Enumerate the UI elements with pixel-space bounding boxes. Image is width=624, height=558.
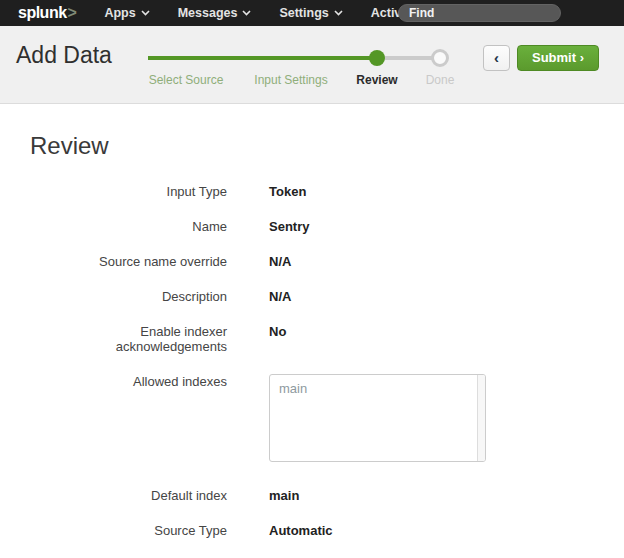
- field-row-allowed-indexes: Allowed indexes main: [30, 374, 624, 462]
- listbox-item-main[interactable]: main: [270, 375, 485, 402]
- field-label: Input Type: [30, 184, 227, 199]
- chevron-down-icon: [242, 10, 251, 16]
- review-fields: Input Type Token Name Sentry Source name…: [0, 184, 624, 538]
- field-value: N/A: [269, 289, 291, 304]
- field-row-default-index: Default index main: [30, 488, 624, 503]
- splunk-logo[interactable]: splunk>: [18, 4, 76, 22]
- field-value: Sentry: [269, 219, 309, 234]
- field-label: Default index: [30, 488, 227, 503]
- review-heading: Review: [30, 132, 624, 160]
- field-label: Name: [30, 219, 227, 234]
- find-search-input[interactable]: [398, 4, 561, 22]
- back-button[interactable]: ‹: [483, 45, 510, 71]
- submit-button[interactable]: Submit ›: [517, 45, 599, 71]
- field-value: N/A: [269, 254, 291, 269]
- field-label: Allowed indexes: [30, 374, 227, 389]
- progress-current-dot: [369, 50, 385, 66]
- field-label: Enable indexer acknowledgements: [30, 324, 227, 354]
- field-label: Source name override: [30, 254, 227, 269]
- field-value: Automatic: [269, 523, 333, 538]
- step-select-source[interactable]: Select Source: [149, 73, 224, 87]
- field-row-source-type: Source Type Automatic: [30, 523, 624, 538]
- menu-messages-label: Messages: [178, 6, 238, 20]
- allowed-indexes-listbox[interactable]: main: [269, 374, 486, 462]
- add-data-header: Add Data Select Source Input Settings Re…: [0, 26, 624, 104]
- field-row-indexer-acknowledgements: Enable indexer acknowledgements No: [30, 324, 624, 354]
- splunk-logo-caret: >: [68, 4, 77, 22]
- menu-messages[interactable]: Messages: [178, 6, 252, 20]
- field-value: Token: [269, 184, 306, 199]
- menu-apps[interactable]: Apps: [104, 6, 149, 20]
- chevron-down-icon: [141, 10, 150, 16]
- listbox-scrollbar[interactable]: [478, 375, 485, 461]
- listbox-scrollbar-divider: [477, 375, 478, 461]
- step-review: Review: [356, 73, 397, 87]
- top-nav-bar: splunk> Apps Messages Settings Activity: [0, 0, 624, 26]
- menu-apps-label: Apps: [104, 6, 135, 20]
- field-row-source-name-override: Source name override N/A: [30, 254, 624, 269]
- splunk-logo-text: splunk: [18, 4, 67, 22]
- field-row-input-type: Input Type Token: [30, 184, 624, 199]
- menu-settings[interactable]: Settings: [279, 6, 342, 20]
- field-value: main: [269, 488, 299, 503]
- field-label: Source Type: [30, 523, 227, 538]
- menu-settings-label: Settings: [279, 6, 328, 20]
- progress-done-circle: [431, 49, 449, 67]
- review-panel: Review Input Type Token Name Sentry Sour…: [0, 104, 624, 538]
- chevron-down-icon: [334, 10, 343, 16]
- field-row-name: Name Sentry: [30, 219, 624, 234]
- progress-line-completed: [148, 56, 372, 60]
- step-done: Done: [426, 73, 455, 87]
- page-title: Add Data: [16, 42, 112, 69]
- field-label: Description: [30, 289, 227, 304]
- field-row-description: Description N/A: [30, 289, 624, 304]
- field-value: No: [269, 324, 286, 339]
- step-input-settings[interactable]: Input Settings: [254, 73, 327, 87]
